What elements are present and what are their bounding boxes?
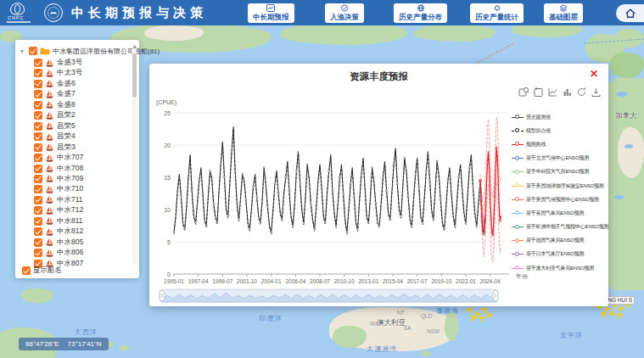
svg-text:1995-01: 1995-01 — [164, 278, 184, 284]
show-names-checkbox[interactable] — [22, 266, 31, 275]
root-checkbox[interactable] — [29, 47, 37, 55]
legend-item[interactable]: 历史观测值 — [512, 110, 608, 124]
legend-item[interactable]: 基于澳大利亚气象局ENSO预测 — [512, 261, 608, 275]
vessel-checkbox[interactable] — [34, 206, 42, 215]
region-code-label: NSW — [427, 328, 440, 334]
nav-fishing-decision[interactable]: 入渔决策 — [325, 3, 364, 23]
legend-marker-icon — [512, 224, 524, 231]
legend-item[interactable]: 基于英国气象局ENSO预测 — [512, 206, 608, 220]
boat-icon — [45, 195, 54, 204]
land-name-label: 加拿大 — [615, 111, 637, 121]
legend-item[interactable]: 基于欧洲中期天气预报中心ENSO预测 — [512, 221, 608, 234]
map-landmass — [445, 312, 458, 341]
vessel-name: 金盛6 — [57, 79, 76, 89]
legend-marker-icon — [512, 169, 524, 176]
folder-icon — [40, 47, 50, 55]
vessel-tree-row[interactable]: 中水805 — [34, 238, 83, 248]
svg-text:2008-07: 2008-07 — [310, 278, 330, 284]
vessel-checkbox[interactable] — [34, 90, 42, 98]
vessel-map-marker[interactable] — [465, 305, 474, 315]
vessel-tree-row[interactable]: 昌荣4 — [34, 131, 76, 142]
map-dashed-boundary — [478, 43, 514, 63]
svg-text:2001-10: 2001-10 — [237, 278, 257, 284]
vessel-map-marker[interactable] — [615, 310, 625, 321]
boat-icon — [45, 216, 54, 226]
map-landmass — [606, 78, 644, 290]
vessel-checkbox[interactable] — [34, 111, 42, 120]
vessel-tree-row[interactable]: 中水811 — [34, 216, 83, 227]
vessel-checkbox[interactable] — [34, 132, 42, 141]
legend-item[interactable]: 基于日本气象厅ENSO预测 — [512, 248, 608, 261]
vessel-tree-row[interactable]: 金盛8 — [34, 100, 76, 110]
chart-legend: 历史观测值模型拟合值预测曲线基于北京气候中心ENSO预测基于中科院大气所ENSO… — [512, 110, 608, 275]
scroll-up-arrow-icon[interactable] — [133, 45, 137, 48]
vessel-checkbox[interactable] — [34, 175, 42, 183]
boat-icon — [45, 79, 54, 88]
boat-icon — [45, 121, 54, 131]
vessel-tree-row[interactable]: 中水812 — [34, 227, 83, 237]
vessel-tree-row[interactable]: 昌荣2 — [34, 110, 76, 120]
vessel-checkbox[interactable] — [34, 217, 42, 226]
legend-label: 基于英国气象局ENSO预测 — [526, 210, 584, 217]
vessel-tree-row[interactable]: 中水710 — [34, 184, 83, 194]
vessel-tree-row[interactable]: 金盛7 — [34, 89, 76, 99]
show-vessel-names-row[interactable]: 显示船名 — [22, 266, 62, 276]
vessel-map-marker[interactable] — [484, 310, 493, 319]
map-landmass — [21, 288, 53, 303]
vessel-tree-row[interactable]: 中水709 — [34, 174, 83, 184]
collapse-caret-icon[interactable]: ▾ — [20, 48, 26, 55]
legend-label: 基于美国气候预测中心ENSO预测 — [526, 196, 599, 204]
svg-text:2013-01: 2013-01 — [358, 278, 378, 284]
vessel-tree-row[interactable]: 中水712 — [34, 205, 83, 215]
vessel-checkbox[interactable] — [34, 143, 42, 152]
nav-label: 历史产量统计 — [475, 13, 518, 23]
vessel-checkbox[interactable] — [34, 154, 42, 162]
vessel-checkbox[interactable] — [34, 249, 42, 257]
legend-item[interactable]: 基于中科院大气所ENSO预测 — [512, 165, 608, 179]
nav-historical-yield-statistics[interactable]: 历史产量统计 — [470, 3, 524, 23]
vessel-checkbox[interactable] — [34, 69, 42, 77]
vessel-tree-row[interactable]: 金盛6 — [34, 79, 76, 89]
home-button[interactable] — [616, 4, 644, 22]
vessel-checkbox[interactable] — [34, 196, 42, 204]
vessel-tree-row[interactable]: 中水707 — [34, 153, 83, 163]
svg-text:2022-01: 2022-01 — [456, 278, 476, 284]
nav-label: 基础图层 — [549, 13, 578, 23]
legend-marker-icon — [512, 182, 524, 189]
vessel-checkbox[interactable] — [34, 185, 42, 193]
vessel-checkbox[interactable] — [34, 227, 42, 236]
vessel-checkbox[interactable] — [34, 80, 42, 88]
legend-item[interactable]: 基于北京气候中心ENSO预测 — [512, 152, 608, 165]
vessel-tree-row[interactable]: 金盛3号 — [34, 58, 82, 68]
vessel-tree-row[interactable]: 中太3号 — [34, 68, 82, 78]
vessel-tree-row[interactable]: 昌荣3 — [34, 143, 76, 153]
legend-item[interactable]: 模型拟合值 — [512, 124, 608, 137]
legend-item[interactable]: 基于德国气象局ENSO预测 — [512, 234, 608, 248]
vessel-checkbox[interactable] — [34, 238, 42, 247]
vessel-checkbox[interactable] — [34, 59, 42, 67]
nav-base-layers[interactable]: 基础图层 — [544, 3, 583, 23]
vessel-name: 中水708 — [57, 164, 83, 174]
vessel-checkbox[interactable] — [34, 165, 42, 173]
legend-item[interactable]: 基于美国气候预测中心ENSO预测 — [512, 193, 608, 206]
vessel-name: 中水812 — [57, 227, 83, 237]
vessel-checkbox[interactable] — [34, 101, 42, 109]
vessel-tree-row[interactable]: 中水711 — [34, 195, 83, 205]
legend-item[interactable]: 预测曲线 — [512, 137, 608, 151]
legend-label: 基于欧洲中期天气预报中心ENSO预测 — [526, 223, 608, 231]
vessel-tree-row[interactable]: 昌荣5 — [34, 121, 76, 131]
legend-item[interactable]: 基于美国地球物理实验室ENSO预测 — [512, 179, 608, 193]
vessel-map-marker[interactable] — [608, 309, 616, 317]
svg-text:2004-01: 2004-01 — [261, 278, 282, 284]
nav-medium-long-term-forecast[interactable]: 中长期预报 — [248, 3, 294, 23]
tree-scrollbar-thumb[interactable] — [132, 53, 137, 98]
vessel-checkbox[interactable] — [34, 122, 42, 131]
vessel-name: 中水711 — [57, 195, 83, 205]
sea-name-label: 太平洋 — [560, 331, 583, 340]
vessel-tree-row[interactable]: 中水806 — [34, 248, 83, 258]
nav-historical-yield-distribution[interactable]: 历史产量分布 — [394, 3, 447, 23]
nav-label: 中长期预报 — [253, 13, 289, 23]
tree-root-row[interactable]: ▾ 中水集团远洋股份有限公司渔船(81) — [20, 46, 160, 56]
vessel-tree-row[interactable]: 中水708 — [34, 164, 83, 174]
legend-marker-icon — [512, 155, 524, 162]
